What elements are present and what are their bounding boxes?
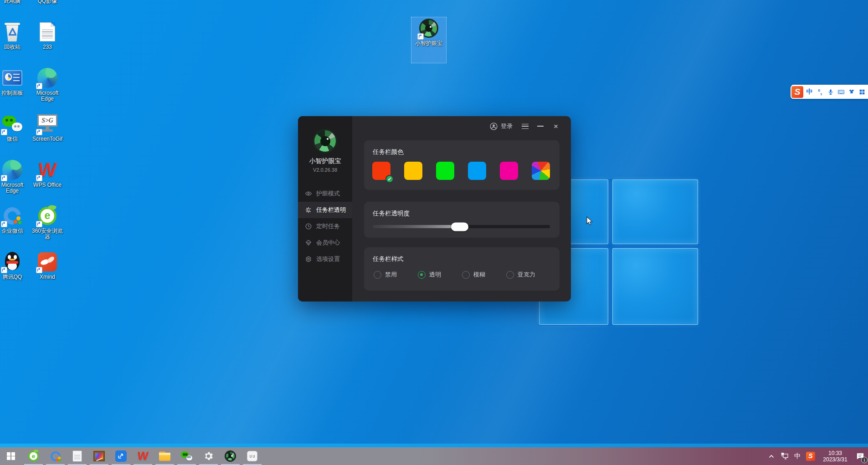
desktop-icon-wps[interactable]: W WPS Office bbox=[30, 159, 65, 204]
desktop-icon-wechat[interactable]: 微信 bbox=[0, 113, 30, 158]
desktop-icon-xmind[interactable]: Xmind bbox=[30, 251, 65, 296]
desktop-icon-browser-360[interactable]: e 360安全浏览器 bbox=[30, 205, 65, 250]
desktop-icon-recycle-bin[interactable]: 回收站 bbox=[0, 21, 30, 66]
start-button[interactable] bbox=[0, 447, 22, 465]
color-swatch-magenta[interactable] bbox=[500, 162, 518, 180]
opacity-slider-thumb[interactable] bbox=[451, 222, 468, 231]
desktop-icon-edge[interactable]: Microsoft Edge bbox=[30, 67, 65, 112]
desktop-icon-label: Microsoft Edge bbox=[30, 90, 65, 102]
taskbar-style-options: 禁用 透明 模糊 亚克力 bbox=[364, 263, 560, 279]
sidebar-item-label: 选项设置 bbox=[316, 255, 340, 263]
app-logo bbox=[313, 129, 338, 153]
taskbar-opacity-card: 任务栏透明度 bbox=[364, 202, 560, 238]
taskbar-style-option[interactable]: 禁用 bbox=[374, 271, 397, 279]
taskbar-app-photos[interactable] bbox=[88, 447, 110, 465]
taskbar-app-settings[interactable] bbox=[198, 447, 219, 465]
desktop-icon-wecom[interactable]: 企业微信 bbox=[0, 205, 30, 250]
color-swatches: ✓ bbox=[364, 156, 560, 180]
ime-lang-icon[interactable]: 中 bbox=[804, 85, 815, 99]
desktop-icon-control-panel[interactable]: 控制面板 bbox=[0, 67, 30, 112]
color-swatch-green[interactable] bbox=[436, 162, 454, 180]
close-button[interactable]: × bbox=[548, 120, 564, 132]
minimize-button[interactable] bbox=[533, 120, 548, 132]
wechat-icon bbox=[181, 451, 192, 461]
login-button[interactable]: 登录 bbox=[489, 122, 513, 131]
color-swatch-blue[interactable] bbox=[468, 162, 486, 180]
tray-sogou-icon[interactable]: S bbox=[803, 447, 818, 465]
desktop-icon-this-pc[interactable]: 此电脑 bbox=[0, 0, 30, 20]
shortcut-arrow-icon bbox=[36, 267, 42, 273]
tray-chevron-up[interactable] bbox=[765, 447, 778, 465]
color-swatch-yellow[interactable] bbox=[404, 162, 422, 180]
taskbar-color-card: 任务栏颜色 ✓ bbox=[364, 140, 560, 190]
taskbar-color-title: 任务栏颜色 bbox=[364, 140, 560, 156]
taskbar-app-arrow-app[interactable] bbox=[110, 447, 132, 465]
browser-360-icon: e bbox=[28, 450, 39, 461]
desktop-icon-text-doc[interactable]: 233 bbox=[30, 21, 65, 66]
ime-keyboard-icon[interactable] bbox=[836, 85, 846, 99]
color-swatch-rainbow[interactable] bbox=[532, 162, 550, 180]
desktop-icon-qq[interactable]: 腾讯QQ bbox=[0, 251, 30, 296]
ime-skin-icon[interactable] bbox=[846, 85, 857, 99]
window-menu-button[interactable] bbox=[517, 120, 533, 132]
notification-center-button[interactable]: 1 bbox=[853, 447, 868, 465]
shortcut-arrow-icon bbox=[1, 267, 7, 273]
app-version: V2.0.26.38 bbox=[298, 167, 352, 173]
desktop-icon-edge[interactable]: Microsoft Edge bbox=[0, 159, 30, 204]
taskbar-app-wps[interactable]: W bbox=[132, 447, 154, 465]
sidebar-item-nut[interactable]: 选项设置 bbox=[298, 251, 352, 267]
tray-network-icon[interactable] bbox=[778, 447, 791, 465]
desktop-icon-qq-image[interactable]: QQ影像 bbox=[30, 0, 65, 20]
control-panel-icon bbox=[2, 70, 22, 85]
eye-icon bbox=[305, 190, 312, 197]
opacity-slider[interactable] bbox=[373, 225, 550, 228]
taskbar-style-option[interactable]: 透明 bbox=[418, 271, 441, 279]
taskbar-app-notepad[interactable] bbox=[67, 447, 88, 465]
sidebar-item-label: 任务栏透明 bbox=[316, 206, 346, 214]
desktop-icon-label: 233 bbox=[43, 44, 52, 50]
desktop-icon-eyecare[interactable]: 小智护眼宝 bbox=[411, 17, 446, 63]
taskbar-style-option[interactable]: 模糊 bbox=[462, 271, 485, 279]
taskbar-app-wechat[interactable] bbox=[176, 447, 197, 465]
desktop-icon-screentogif[interactable]: S>G ScreenToGif bbox=[30, 113, 65, 158]
ime-punctuation-icon[interactable]: °, bbox=[815, 85, 825, 99]
clock-icon bbox=[305, 223, 312, 230]
desktop-icon-label: 此电脑 bbox=[4, 0, 21, 4]
window-titlebar: 登录 × bbox=[489, 120, 564, 132]
explorer-icon bbox=[159, 451, 171, 461]
sidebar-item-clock[interactable]: 定时任务 bbox=[298, 218, 352, 235]
opacity-slider-fill bbox=[373, 225, 460, 228]
gem-icon bbox=[305, 239, 312, 246]
tray-ime-lang[interactable]: 中 bbox=[791, 447, 803, 465]
sidebar-item-eye[interactable]: 护眼模式 bbox=[298, 185, 352, 202]
desktop-icon-label: WPS Office bbox=[33, 182, 62, 188]
sidebar-menu: 护眼模式任务栏透明定时任务会员中心选项设置 bbox=[298, 185, 352, 267]
ime-mic-icon[interactable] bbox=[825, 85, 836, 99]
shortcut-arrow-icon bbox=[1, 129, 7, 135]
nut-icon bbox=[305, 255, 312, 263]
sidebar-item-sparkle[interactable]: 任务栏透明 bbox=[298, 202, 352, 218]
windows-logo-pane bbox=[612, 179, 698, 244]
taskbar-app-eyecare[interactable] bbox=[220, 447, 241, 465]
tray-clock[interactable]: 10:33 2023/3/31 bbox=[818, 450, 853, 463]
tray-ime-lang-label: 中 bbox=[794, 452, 801, 460]
shortcut-arrow-icon bbox=[1, 221, 7, 227]
arrow-app-icon bbox=[115, 450, 127, 462]
sidebar-item-gem[interactable]: 会员中心 bbox=[298, 235, 352, 251]
sogou-logo-icon[interactable]: S bbox=[791, 85, 804, 99]
taskbar-opacity-title: 任务栏透明度 bbox=[364, 202, 560, 218]
radio-label: 禁用 bbox=[385, 271, 397, 279]
taskbar-app-browser-360[interactable]: e bbox=[23, 447, 44, 465]
ime-toolbar: S 中 °, bbox=[791, 85, 868, 99]
radio-label: 模糊 bbox=[473, 271, 485, 279]
sidebar-item-label: 定时任务 bbox=[316, 222, 340, 230]
taskbar-app-wecom-ring[interactable] bbox=[45, 447, 66, 465]
taskbar-style-option[interactable]: 亚克力 bbox=[506, 271, 535, 279]
taskbar-app-explorer[interactable] bbox=[154, 447, 175, 465]
shortcut-arrow-icon bbox=[36, 221, 42, 227]
taskbar-app-white-app[interactable] bbox=[241, 447, 263, 465]
login-label: 登录 bbox=[501, 122, 513, 130]
ime-toolbox-icon[interactable] bbox=[857, 85, 867, 99]
color-swatch-red[interactable]: ✓ bbox=[372, 162, 390, 180]
recycle-bin-icon bbox=[5, 22, 20, 41]
